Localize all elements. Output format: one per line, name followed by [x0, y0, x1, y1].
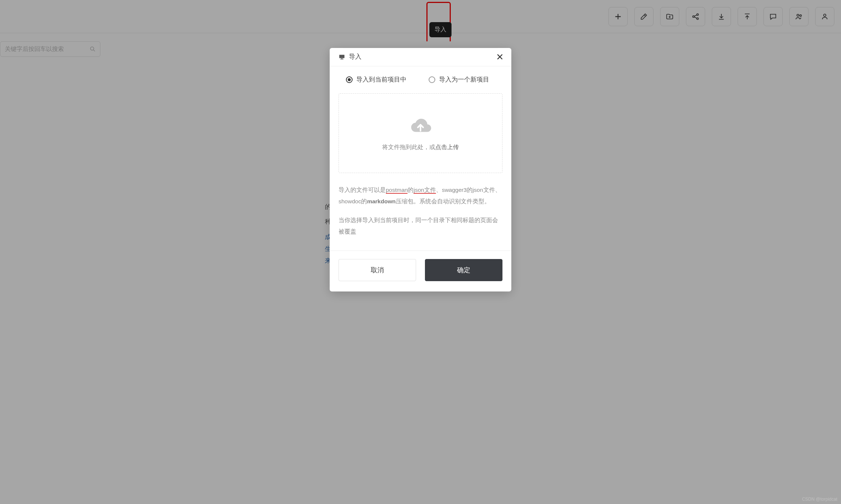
radio-import-new[interactable]: 导入为一个新项目: [429, 75, 489, 84]
monitor-icon: [339, 54, 345, 59]
dialog-title: 导入: [339, 52, 361, 61]
radio-icon: [346, 76, 353, 83]
radio-label-new: 导入为一个新项目: [439, 75, 489, 84]
svg-rect-9: [340, 59, 343, 59]
cloud-upload-icon: [408, 115, 433, 135]
watermark: CSDN @torpidcat: [802, 497, 837, 502]
close-icon[interactable]: [496, 53, 504, 61]
dialog-body: 导入到当前项目中 导入为一个新项目 将文件拖到此处，或点击上传 导入的文件可以是…: [330, 66, 511, 251]
confirm-button[interactable]: 确定: [425, 259, 502, 281]
upload-dropzone[interactable]: 将文件拖到此处，或点击上传: [339, 93, 502, 173]
help-note: 当你选择导入到当前项目时，同一个目录下相同标题的页面会被覆盖: [339, 214, 502, 237]
import-dialog: 导入 导入到当前项目中 导入为一个新项目 将文件拖到此处，或点击上传: [330, 48, 511, 291]
svg-rect-7: [339, 55, 344, 58]
help-text: 导入的文件可以是postman的json文件、swagger3的json文件、s…: [339, 184, 502, 237]
dialog-title-text: 导入: [349, 52, 361, 61]
underline-postman: postman: [386, 187, 408, 193]
radio-label-current: 导入到当前项目中: [356, 75, 406, 84]
dialog-footer: 取消 确定: [330, 251, 511, 291]
import-mode-radios: 导入到当前项目中 导入为一个新项目: [339, 75, 502, 85]
svg-rect-8: [341, 58, 343, 59]
upload-text: 将文件拖到此处，或点击上传: [382, 144, 459, 151]
cancel-button[interactable]: 取消: [339, 259, 416, 281]
underline-jsonfile: json文件: [413, 187, 436, 193]
radio-icon: [429, 76, 435, 83]
radio-import-current[interactable]: 导入到当前项目中: [346, 75, 406, 84]
dialog-header: 导入: [330, 48, 511, 66]
